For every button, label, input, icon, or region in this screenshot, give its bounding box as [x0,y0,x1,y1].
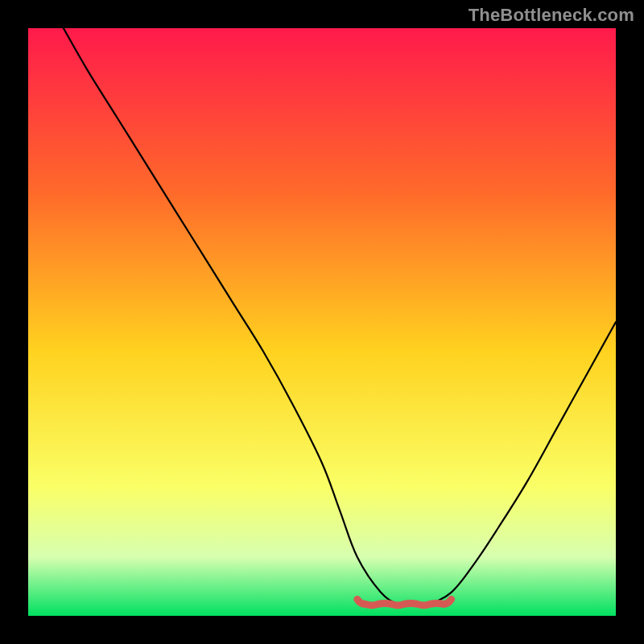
bottleneck-chart [28,28,616,616]
plot-area [28,28,616,616]
chart-frame: TheBottleneck.com [0,0,644,644]
watermark-text: TheBottleneck.com [469,5,634,26]
